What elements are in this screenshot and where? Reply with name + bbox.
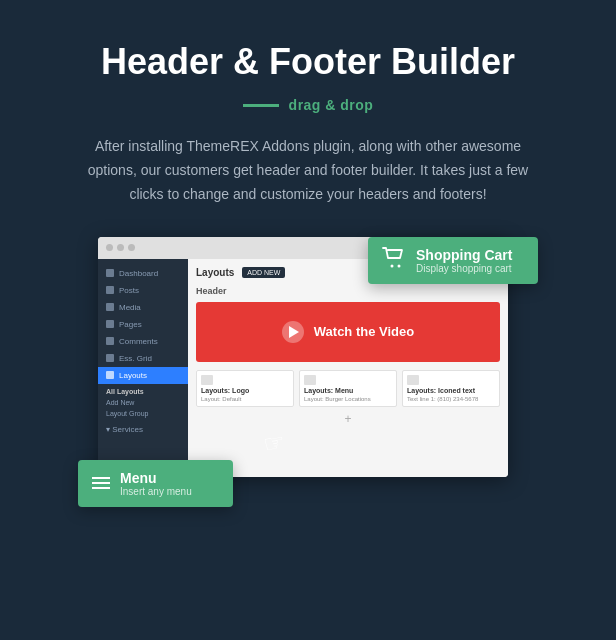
sidebar-all-layouts: All Layouts [98, 384, 188, 397]
sidebar-layout-group: Layout Group [98, 408, 188, 419]
play-button[interactable] [282, 321, 304, 343]
layout-menu-icon [304, 375, 316, 385]
video-area[interactable]: Watch the Video [196, 302, 500, 362]
sidebar-item-posts: Posts [98, 282, 188, 299]
section-header-label: Header [196, 286, 500, 296]
layout-item-iconed-img [407, 375, 495, 385]
menu-text-block: Menu Insert any menu [120, 470, 192, 497]
dashboard-icon [106, 269, 114, 277]
layout-items-row: Layouts: Logo Layout: Default Layouts: M… [196, 370, 500, 407]
sidebar-item-media: Media [98, 299, 188, 316]
layout-logo-title: Layouts: Logo [201, 387, 289, 394]
browser-dot-1 [106, 244, 113, 251]
layouts-label: Layouts [196, 267, 234, 278]
browser-dot-3 [128, 244, 135, 251]
svg-point-1 [398, 264, 401, 267]
layouts-icon [106, 371, 114, 379]
layout-item-iconed: Layouts: Iconed text Text line 1: (810) … [402, 370, 500, 407]
menu-line-2 [92, 482, 110, 484]
layout-iconed-sub: Text line 1: (810) 234-5678 [407, 396, 495, 402]
screenshot-area: Dashboard Posts Media Pages [78, 237, 538, 507]
sidebar-item-ess-grid: Ess. Grid [98, 350, 188, 367]
sidebar-item-pages: Pages [98, 316, 188, 333]
browser-body: Dashboard Posts Media Pages [98, 259, 508, 477]
description-text: After installing ThemeREX Addons plugin,… [78, 135, 538, 206]
add-new-button[interactable]: ADD NEW [242, 267, 285, 278]
layout-item-menu-img [304, 375, 392, 385]
layout-iconed-title: Layouts: Iconed text [407, 387, 495, 394]
add-layout-icon[interactable]: + [196, 412, 500, 426]
browser-dot-2 [117, 244, 124, 251]
cart-subtitle: Display shopping cart [416, 263, 512, 274]
page-title: Header & Footer Builder [101, 40, 515, 83]
layout-logo-sub: Layout: Default [201, 396, 289, 402]
cart-title: Shopping Cart [416, 247, 512, 263]
layout-logo-icon [201, 375, 213, 385]
sidebar-item-comments: Comments [98, 333, 188, 350]
pages-icon [106, 320, 114, 328]
layout-menu-sub: Layout: Burger Locations [304, 396, 392, 402]
main-content: Layouts ADD NEW Header Watch the Video [188, 259, 508, 477]
menu-icon [92, 477, 110, 489]
svg-point-0 [391, 264, 394, 267]
subtitle-row: drag & drop [243, 97, 374, 113]
layout-item-logo: Layouts: Logo Layout: Default [196, 370, 294, 407]
subtitle-line [243, 104, 279, 107]
menu-subtitle: Insert any menu [120, 486, 192, 497]
menu-popup: Menu Insert any menu [78, 460, 233, 507]
page-container: Header & Footer Builder drag & drop Afte… [0, 0, 616, 640]
media-icon [106, 303, 114, 311]
cart-text-block: Shopping Cart Display shopping cart [416, 247, 512, 274]
sidebar-item-layouts[interactable]: Layouts [98, 367, 188, 384]
layout-iconed-icon [407, 375, 419, 385]
comments-icon [106, 337, 114, 345]
layout-item-menu: Layouts: Menu Layout: Burger Locations [299, 370, 397, 407]
layout-menu-title: Layouts: Menu [304, 387, 392, 394]
sidebar-services: ▾ Services [98, 419, 188, 436]
ess-grid-icon [106, 354, 114, 362]
layout-item-logo-img [201, 375, 289, 385]
posts-icon [106, 286, 114, 294]
subtitle-text: drag & drop [289, 97, 374, 113]
menu-line-3 [92, 487, 110, 489]
sidebar-add-new: Add New [98, 397, 188, 408]
menu-title: Menu [120, 470, 192, 486]
sidebar: Dashboard Posts Media Pages [98, 259, 188, 477]
play-triangle-icon [289, 326, 299, 338]
video-text: Watch the Video [314, 324, 414, 339]
cart-icon [382, 247, 406, 274]
cursor-icon: ☞ [261, 427, 288, 458]
shopping-cart-popup: Shopping Cart Display shopping cart [368, 237, 538, 284]
menu-line-1 [92, 477, 110, 479]
sidebar-item-dashboard: Dashboard [98, 265, 188, 282]
